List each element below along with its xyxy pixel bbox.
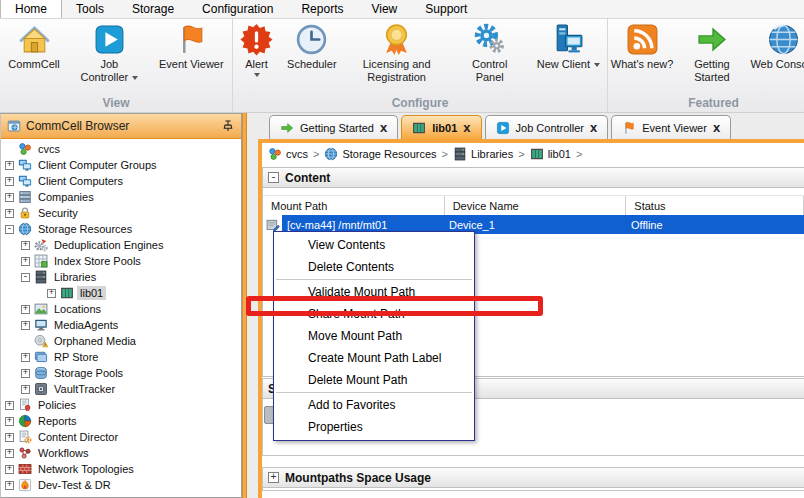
context-menu-item-create-mount-path-label[interactable]: Create Mount Path Label	[274, 347, 474, 369]
context-menu-item-delete-mount-path[interactable]: Delete Mount Path	[274, 369, 474, 391]
close-icon[interactable]: x	[590, 123, 597, 133]
commcell-browser-panel: CommCell Browser cvcs+Client Computer Gr…	[0, 113, 242, 498]
tab-label: Getting Started	[300, 122, 374, 134]
device-name-cell: Device_1	[444, 219, 626, 231]
ribbon-item-web-console[interactable]: Web Console	[750, 23, 804, 71]
ribbon-item-getting-started[interactable]: Getting Started	[679, 23, 745, 83]
expand-icon[interactable]: +	[21, 369, 30, 378]
sidebar-item-dev-test-dr[interactable]: +Dev-Test & DR	[1, 477, 241, 493]
expand-icon[interactable]: +	[5, 417, 14, 426]
commcell-home-icon	[18, 23, 51, 56]
expand-icon[interactable]: +	[5, 465, 14, 474]
tree-item-label: Network Topologies	[35, 462, 137, 476]
expand-icon[interactable]: +	[5, 401, 14, 410]
policies-icon	[18, 398, 32, 412]
sidebar-item-index-store-pools[interactable]: +Index Store Pools	[1, 253, 241, 269]
close-icon[interactable]: x	[713, 123, 720, 133]
collapse-toggle-icon[interactable]: -	[268, 172, 279, 183]
sidebar-item-workflows[interactable]: +Workflows	[1, 445, 241, 461]
ribbon-item-control-panel[interactable]: Control Panel	[457, 23, 523, 83]
sidebar-item-rp-store[interactable]: +RP Store	[1, 349, 241, 365]
sidebar-item-vaulttracker[interactable]: +VaultTracker	[1, 381, 241, 397]
expand-icon[interactable]: +	[5, 161, 14, 170]
context-menu-item-delete-contents[interactable]: Delete Contents	[274, 256, 474, 278]
ribbon-item-licensing-and-registration[interactable]: Licensing and Registration	[351, 23, 443, 83]
ribbon-item-what-s-new[interactable]: What's new?	[611, 23, 674, 71]
expand-icon[interactable]: +	[5, 209, 14, 218]
expand-icon[interactable]: +	[5, 433, 14, 442]
menu-item-home[interactable]: Home	[0, 0, 62, 18]
ribbon-item-event-viewer[interactable]: Event Viewer	[159, 23, 224, 71]
sidebar-item-client-computers[interactable]: +Client Computers	[1, 173, 241, 189]
breadcrumb-item-cvcs[interactable]: cvcs	[268, 147, 308, 161]
libraries-icon	[453, 147, 467, 161]
vaulttracker-icon	[34, 382, 48, 396]
column-header-device-name[interactable]: Device Name	[445, 196, 627, 215]
expand-toggle-icon[interactable]: +	[268, 472, 279, 483]
context-menu-item-add-to-favorites[interactable]: Add to Favorites	[274, 394, 474, 416]
ribbon-item-job-controller[interactable]: Job Controller	[76, 23, 142, 83]
sidebar-item-deduplication-engines[interactable]: +Deduplication Engines	[1, 237, 241, 253]
sidebar-item-companies[interactable]: +Companies	[1, 189, 241, 205]
sidebar-item-locations[interactable]: +Locations	[1, 301, 241, 317]
sidebar-item-security[interactable]: +Security	[1, 205, 241, 221]
tree-item-label: Storage Pools	[51, 366, 126, 380]
sidebar-item-mediaagents[interactable]: +MediaAgents	[1, 317, 241, 333]
expand-icon[interactable]: +	[5, 481, 14, 490]
panel-splitter[interactable]	[242, 113, 247, 498]
expand-icon[interactable]: +	[47, 289, 56, 298]
column-header-status[interactable]: Status	[626, 196, 804, 215]
menu-item-reports[interactable]: Reports	[287, 0, 357, 18]
sidebar-item-lib01[interactable]: +lib01	[1, 285, 241, 301]
close-icon[interactable]: x	[463, 123, 470, 133]
ribbon-group-configure: AlertSchedulerLicensing and Registration…	[233, 19, 608, 112]
context-menu-item-view-contents[interactable]: View Contents	[274, 234, 474, 256]
menu-item-support[interactable]: Support	[411, 0, 481, 18]
tab-event-viewer[interactable]: Event Viewerx	[611, 115, 731, 139]
expand-icon[interactable]: +	[5, 449, 14, 458]
menu-item-view[interactable]: View	[357, 0, 411, 18]
context-menu-item-move-mount-path[interactable]: Move Mount Path	[274, 325, 474, 347]
expand-icon[interactable]: +	[21, 385, 30, 394]
context-menu-item-validate-mount-path[interactable]: Validate Mount Path	[274, 281, 474, 303]
expand-icon[interactable]: +	[21, 257, 30, 266]
expand-icon[interactable]: +	[5, 177, 14, 186]
expand-icon[interactable]: +	[21, 305, 30, 314]
content-section-header: - Content	[263, 168, 804, 188]
ribbon-item-commcell[interactable]: CommCell	[8, 23, 59, 71]
sidebar-item-storage-resources[interactable]: -Storage Resources	[1, 221, 241, 237]
tab-job-controller[interactable]: Job Controllerx	[485, 115, 609, 139]
tab-lib01[interactable]: lib01x	[401, 115, 481, 139]
menu-item-tools[interactable]: Tools	[62, 0, 118, 18]
expand-icon[interactable]: +	[21, 353, 30, 362]
collapse-icon[interactable]: -	[21, 273, 30, 282]
sidebar-item-client-computer-groups[interactable]: +Client Computer Groups	[1, 157, 241, 173]
context-menu-item-properties[interactable]: Properties	[274, 416, 474, 438]
sidebar-item-reports[interactable]: +Reports	[1, 413, 241, 429]
ribbon-item-new-client[interactable]: New Client	[537, 23, 600, 71]
expand-icon[interactable]: +	[21, 321, 30, 330]
sidebar-item-content-director[interactable]: +Content Director	[1, 429, 241, 445]
tab-getting-started[interactable]: Getting Startedx	[269, 115, 398, 139]
breadcrumb-item-storage-resources[interactable]: Storage Resources	[324, 147, 436, 161]
breadcrumb-item-libraries[interactable]: Libraries	[453, 147, 513, 161]
ribbon-item-alert[interactable]: Alert	[240, 23, 273, 77]
event-viewer-flag-icon	[175, 23, 208, 56]
menu-item-configuration[interactable]: Configuration	[188, 0, 287, 18]
breadcrumb-item-lib01[interactable]: lib01	[530, 147, 571, 161]
ribbon-item-scheduler[interactable]: Scheduler	[287, 23, 337, 71]
pin-icon[interactable]	[221, 119, 235, 133]
close-icon[interactable]: x	[380, 123, 387, 133]
expand-icon[interactable]: +	[5, 193, 14, 202]
expand-icon[interactable]: +	[21, 241, 30, 250]
column-header-mount-path[interactable]: Mount Path	[263, 196, 445, 215]
sidebar-item-libraries[interactable]: -Libraries	[1, 269, 241, 285]
menu-item-storage[interactable]: Storage	[118, 0, 188, 18]
context-menu-item-share-mount-path[interactable]: Share Mount Path	[274, 303, 474, 325]
sidebar-item-network-topologies[interactable]: +Network Topologies	[1, 461, 241, 477]
sidebar-item-storage-pools[interactable]: +Storage Pools	[1, 365, 241, 381]
sidebar-item-policies[interactable]: +Policies	[1, 397, 241, 413]
collapse-icon[interactable]: -	[5, 225, 14, 234]
sidebar-item-cvcs[interactable]: cvcs	[1, 141, 241, 157]
sidebar-item-orphaned-media[interactable]: Orphaned Media	[1, 333, 241, 349]
